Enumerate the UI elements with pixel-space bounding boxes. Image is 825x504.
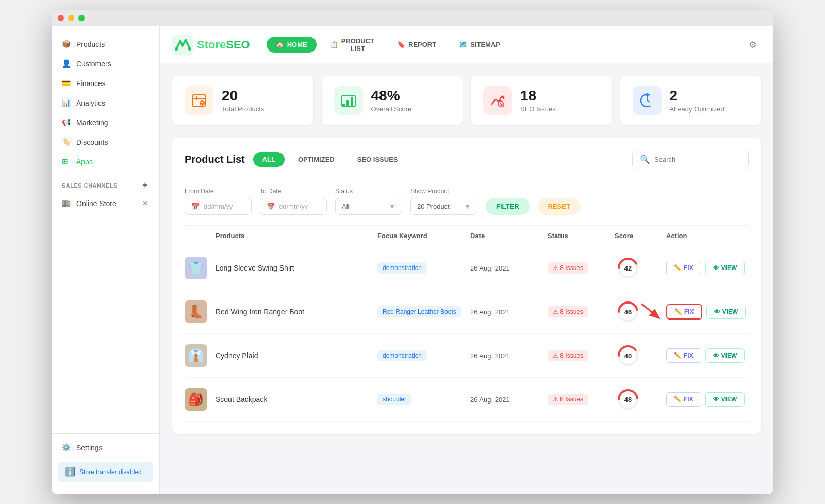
sitemap-icon: 🗺️ [459, 41, 467, 48]
product-keyword-0: demonstration [377, 262, 470, 274]
home-icon: 🏠 [276, 41, 284, 48]
logo-area: StoreSEO [172, 35, 250, 55]
calendar-icon-2: 📅 [267, 203, 275, 210]
view-button-3[interactable]: 👁 VIEW [705, 392, 745, 407]
page-content: 20 Total Products [160, 63, 773, 494]
product-list-section: Product List ALL OPTIMIZED SEO ISSUES 🔍 [172, 138, 761, 434]
view-icon: 👁 [713, 264, 719, 272]
col-action: Action [666, 232, 749, 240]
show-product-select[interactable]: 20 Product ▼ [410, 198, 477, 215]
product-rows: 👕 Long Sleeve Swing Shirt demonstration … [185, 246, 749, 422]
reset-button[interactable]: RESET [538, 198, 581, 215]
stat-icon-products [185, 86, 213, 115]
product-thumb-0: 👕 [185, 257, 216, 279]
topnav: StoreSEO 🏠 HOME 📋 PRODUCT LIST 🔖 REPORT [160, 26, 773, 63]
close-dot[interactable] [58, 15, 64, 21]
table-row: 👕 Long Sleeve Swing Shirt demonstration … [185, 246, 749, 290]
product-name-3: Scout Backpack [216, 395, 377, 404]
add-sales-channel-icon[interactable]: ＋ [141, 180, 150, 191]
product-list-icon: 📋 [330, 41, 338, 48]
minimize-dot[interactable] [68, 15, 74, 21]
settings-icon: ⚙️ [62, 443, 71, 452]
filter-button[interactable]: FILTER [486, 198, 530, 215]
sidebar-item-analytics[interactable]: 📊 Analytics [52, 93, 159, 113]
view-button-2[interactable]: 👁 VIEW [705, 348, 745, 363]
search-input[interactable] [654, 156, 741, 163]
sidebar-item-online-store[interactable]: 🏬 Online Store 👁 [52, 194, 159, 213]
sidebar-item-products[interactable]: 📦 Products [52, 35, 159, 54]
fix-button-3[interactable]: ✏️ FIX [666, 392, 701, 407]
info-icon: ℹ️ [65, 467, 75, 477]
status-label: Status [335, 188, 402, 195]
search-icon: 🔍 [640, 155, 650, 164]
filter-tab-all[interactable]: ALL [253, 152, 285, 167]
nav-sitemap-button[interactable]: 🗺️ SITEMAP [450, 37, 509, 53]
fix-button-1[interactable]: ✏️ FIX [666, 304, 702, 320]
product-thumb-3: 🎒 [185, 388, 216, 411]
stats-row: 20 Total Products [172, 76, 761, 125]
nav-product-list-button[interactable]: 📋 PRODUCT LIST [321, 33, 384, 57]
status-select[interactable]: All ▼ [335, 198, 402, 215]
product-date-0: 26 Aug, 2021 [470, 264, 548, 272]
fix-button-0[interactable]: ✏️ FIX [666, 261, 701, 275]
stat-icon-issues [483, 86, 512, 115]
status-group: Status All ▼ [335, 188, 402, 215]
svg-rect-7 [346, 100, 349, 107]
main-content: StoreSEO 🏠 HOME 📋 PRODUCT LIST 🔖 REPORT [160, 26, 773, 494]
to-date-label: To Date [260, 188, 327, 195]
status-badge: ⚠ 8 Issues [548, 394, 588, 405]
view-button-0[interactable]: 👁 VIEW [705, 261, 745, 275]
search-box[interactable]: 🔍 [632, 150, 749, 169]
fix-icon: ✏️ [674, 264, 682, 272]
product-list-header: Product List ALL OPTIMIZED SEO ISSUES 🔍 [185, 150, 749, 169]
sidebar-item-customers[interactable]: 👤 Customers [52, 54, 159, 74]
to-date-input[interactable]: 📅 dd/mm/yy [260, 198, 327, 215]
product-thumb-1: 👢 [185, 300, 216, 323]
product-list-title: Product List [185, 154, 245, 165]
sidebar-item-discounts[interactable]: 🏷️ Discounts [52, 132, 159, 152]
product-actions-1: ✏️ FIX 👁 VIEW [666, 304, 749, 320]
col-products: Products [216, 232, 377, 240]
store-transfer-badge: ℹ️ Store transfer disabled [58, 462, 153, 482]
view-button-1[interactable]: 👁 VIEW [706, 305, 746, 319]
fix-button-2[interactable]: ✏️ FIX [666, 348, 701, 363]
sidebar-item-finances[interactable]: 💳 Finances [52, 74, 159, 93]
apps-icon: ⊞ [62, 157, 71, 166]
to-date-group: To Date 📅 dd/mm/yy [260, 188, 327, 215]
view-icon: 👁 [714, 308, 720, 315]
sidebar-item-apps[interactable]: ⊞ Apps [52, 152, 159, 172]
nav-report-button[interactable]: 🔖 REPORT [388, 37, 446, 53]
stat-overall-score: 48% Overall Score [322, 76, 463, 125]
product-name-2: Cydney Plaid [216, 351, 377, 360]
from-date-label: From Date [185, 188, 252, 195]
filter-tab-optimized[interactable]: OPTIMIZED [289, 152, 344, 167]
chevron-down-icon: ▼ [389, 203, 395, 210]
from-date-input[interactable]: 📅 dd/mm/yy [185, 198, 252, 215]
discounts-icon: 🏷️ [62, 138, 71, 147]
product-actions-2: ✏️ FIX 👁 VIEW [666, 348, 749, 363]
filter-tab-seo-issues[interactable]: SEO ISSUES [348, 152, 407, 167]
col-score: Score [615, 232, 666, 240]
report-icon: 🔖 [397, 41, 405, 48]
nav-home-button[interactable]: 🏠 HOME [267, 37, 317, 53]
show-product-group: Show Product 20 Product ▼ [410, 188, 477, 215]
maximize-dot[interactable] [78, 15, 85, 21]
filter-tabs: ALL OPTIMIZED SEO ISSUES [253, 152, 407, 167]
arrow-annotation [639, 301, 665, 322]
product-score-3: 48 [615, 386, 666, 413]
col-date: Date [470, 232, 548, 240]
analytics-icon: 📊 [62, 98, 71, 108]
view-icon: 👁 [713, 352, 719, 359]
show-product-label: Show Product [410, 188, 477, 195]
product-date-3: 26 Aug, 2021 [470, 396, 548, 404]
sidebar: 📦 Products 👤 Customers 💳 Finances 📊 Anal… [52, 26, 160, 494]
sidebar-item-settings[interactable]: ⚙️ Settings [52, 438, 159, 458]
product-keyword-2: demonstration [377, 350, 470, 361]
svg-line-15 [647, 100, 650, 102]
product-date-1: 26 Aug, 2021 [470, 308, 548, 316]
eye-icon: 👁 [142, 199, 149, 208]
product-keyword-1: Red Ranger Leather Boots [377, 306, 470, 317]
settings-gear-button[interactable]: ⚙ [745, 37, 761, 53]
stat-total-products: 20 Total Products [172, 76, 314, 125]
sidebar-item-marketing[interactable]: 📢 Marketing [52, 113, 159, 132]
